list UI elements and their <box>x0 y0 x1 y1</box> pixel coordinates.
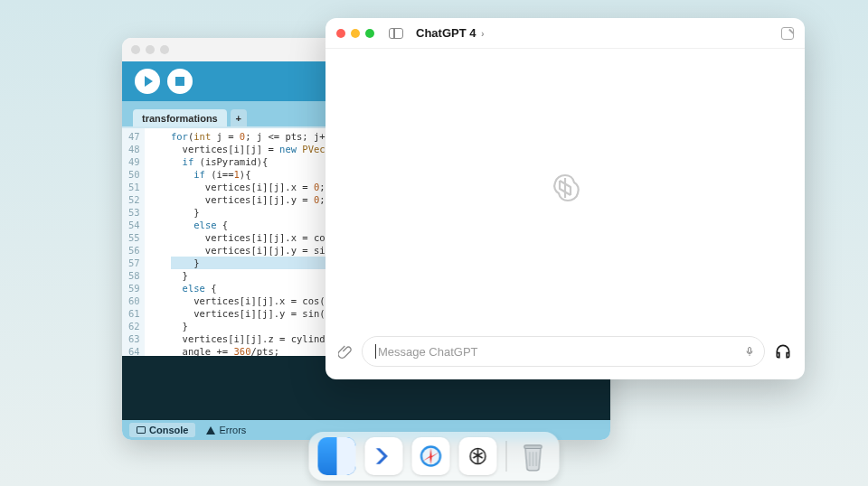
dock-safari[interactable] <box>412 437 450 475</box>
dock-trash[interactable] <box>516 437 551 475</box>
paperclip-icon[interactable] <box>338 343 353 360</box>
stop-icon <box>175 77 184 86</box>
message-input[interactable]: Message ChatGPT <box>362 336 765 367</box>
editor-traffic-lights[interactable] <box>131 45 169 54</box>
chat-body <box>326 49 805 327</box>
close-button[interactable] <box>336 29 345 38</box>
chatgpt-window: ChatGPT 4 › Message ChatGPT <box>326 18 805 379</box>
dock-finder[interactable] <box>318 437 356 475</box>
zoom-dot[interactable] <box>160 45 169 54</box>
console-tab[interactable]: Console <box>129 423 195 437</box>
console-icon <box>137 426 146 434</box>
dock-separator <box>506 441 507 472</box>
chevron-right-icon: › <box>481 28 485 39</box>
stop-button[interactable] <box>167 69 193 94</box>
microphone-icon[interactable] <box>744 344 755 359</box>
errors-tab-label: Errors <box>219 425 246 435</box>
chatgpt-icon <box>467 444 490 468</box>
close-dot[interactable] <box>131 45 140 54</box>
run-button[interactable] <box>135 69 160 94</box>
minimize-dot[interactable] <box>146 45 155 54</box>
chat-traffic-lights[interactable] <box>336 29 374 38</box>
warning-icon <box>206 426 215 435</box>
dock-chatgpt[interactable] <box>459 437 497 475</box>
new-tab-button[interactable]: + <box>231 109 247 126</box>
new-chat-icon[interactable] <box>781 27 794 40</box>
line-gutter: 47 48 49 50 51 52 53 54 55 56 57 58 59 6… <box>122 128 145 356</box>
text-caret <box>375 344 376 359</box>
sidebar-toggle-icon[interactable] <box>389 28 403 39</box>
console-tab-label: Console <box>149 425 188 435</box>
openai-logo-icon <box>547 170 583 206</box>
dock-dev-app[interactable] <box>365 437 403 475</box>
chat-title-text: ChatGPT 4 <box>416 26 476 40</box>
dev-app-icon <box>373 444 396 468</box>
errors-tab[interactable]: Errors <box>199 423 253 437</box>
headphones-icon[interactable] <box>774 342 792 360</box>
trash-icon <box>520 441 547 472</box>
play-icon <box>145 76 153 87</box>
minimize-button[interactable] <box>351 29 360 38</box>
chat-input-row: Message ChatGPT <box>326 327 805 379</box>
dock <box>309 432 560 481</box>
zoom-button[interactable] <box>365 29 374 38</box>
sketch-tab[interactable]: transformations <box>133 109 227 126</box>
message-placeholder: Message ChatGPT <box>378 345 478 359</box>
chat-titlebar[interactable]: ChatGPT 4 › <box>326 18 805 49</box>
safari-icon <box>419 444 444 469</box>
svg-rect-3 <box>524 445 542 449</box>
chat-model-selector[interactable]: ChatGPT 4 › <box>416 26 485 40</box>
